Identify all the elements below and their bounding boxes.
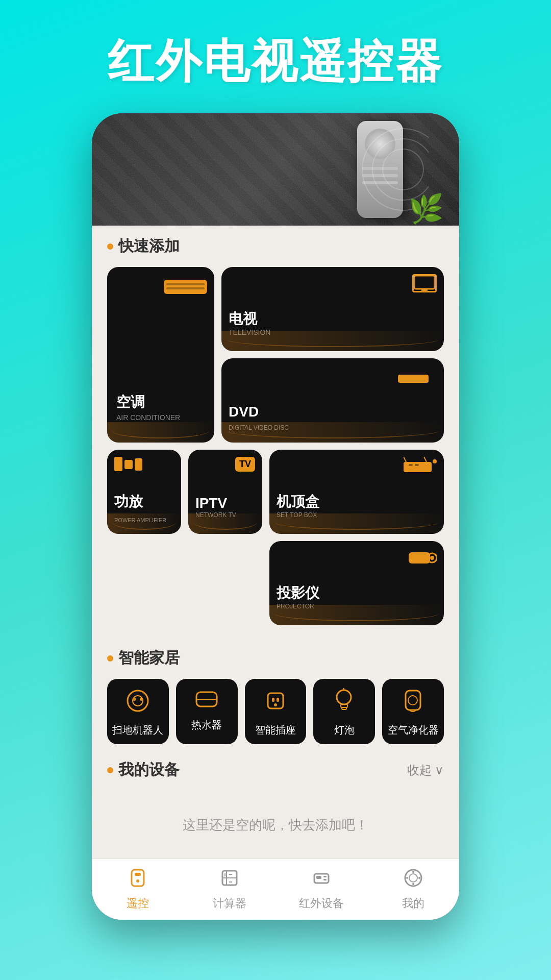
- ir-label: 红外设备: [299, 896, 344, 911]
- bulb-label: 灯泡: [334, 723, 355, 737]
- svg-point-20: [430, 556, 434, 560]
- svg-rect-39: [135, 873, 141, 876]
- svg-point-24: [140, 698, 143, 701]
- nav-item-remote[interactable]: 遥控: [92, 868, 184, 911]
- svg-rect-5: [166, 283, 205, 285]
- device-card-iptv[interactable]: TV IPTV NETWORK TV: [188, 450, 262, 534]
- smart-card-bulb[interactable]: 灯泡: [313, 679, 375, 744]
- smart-card-purifier[interactable]: 空气净化器: [382, 679, 444, 744]
- collapse-button[interactable]: 收起 ∨: [407, 762, 444, 778]
- section-dot-2: [107, 655, 113, 662]
- amp-icon: [114, 457, 142, 476]
- smart-home-title: 智能家居: [107, 648, 444, 669]
- smart-home-section: 智能家居 扫地机器人: [92, 638, 459, 749]
- device-card-stb[interactable]: 机顶盒 SET TOP BOX: [269, 450, 444, 534]
- heater-label: 热水器: [191, 718, 222, 732]
- page-title: 红外电视遥控器: [108, 0, 443, 113]
- svg-rect-10: [124, 460, 133, 469]
- mine-icon: [403, 868, 423, 893]
- calc-icon: [219, 868, 240, 893]
- device-card-tv[interactable]: 电视 TELEVISION: [221, 267, 444, 351]
- svg-point-57: [418, 877, 420, 879]
- svg-rect-28: [272, 698, 274, 702]
- plug-label: 智能插座: [255, 723, 296, 737]
- svg-rect-29: [277, 698, 279, 702]
- svg-rect-6: [166, 287, 205, 289]
- svg-point-55: [412, 883, 414, 885]
- bottom-nav: 遥控 计算器: [92, 859, 459, 920]
- scroll-content[interactable]: 快速添加: [92, 226, 459, 859]
- svg-point-40: [136, 879, 139, 883]
- remote-icon: [128, 868, 148, 893]
- phone-frame: 🌿 快速添加: [92, 113, 459, 920]
- purifier-label: 空气净化器: [388, 723, 439, 737]
- svg-rect-33: [342, 707, 346, 709]
- svg-rect-38: [132, 870, 144, 886]
- svg-point-53: [409, 874, 417, 882]
- svg-rect-7: [414, 276, 435, 289]
- ir-icon: [311, 868, 332, 893]
- svg-rect-50: [323, 876, 327, 877]
- plug-icon: [263, 688, 288, 718]
- svg-line-17: [424, 457, 427, 462]
- svg-point-21: [128, 691, 148, 711]
- proj-icon: [409, 548, 437, 568]
- smart-grid: 扫地机器人 热水器: [107, 679, 444, 744]
- mine-label: 我的: [402, 896, 424, 911]
- dvd-icon: [398, 375, 429, 383]
- nav-item-mine[interactable]: 我的: [367, 868, 459, 911]
- bulb-icon: [333, 688, 356, 718]
- svg-rect-8: [421, 289, 428, 291]
- svg-point-54: [412, 871, 414, 873]
- device-card-dvd[interactable]: DVD DIGITAL VIDEO DISC: [221, 358, 444, 443]
- remote-label: 遥控: [127, 896, 149, 911]
- svg-rect-51: [323, 879, 327, 880]
- banner-plant: 🌿: [409, 192, 444, 226]
- empty-devices-text: 这里还是空的呢，快去添加吧！: [92, 786, 459, 854]
- svg-rect-49: [316, 876, 321, 879]
- purifier-icon: [402, 688, 424, 718]
- svg-rect-15: [415, 464, 419, 466]
- banner: 🌿: [92, 113, 459, 226]
- svg-point-23: [133, 698, 136, 701]
- svg-rect-12: [404, 462, 432, 472]
- section-dot: [107, 243, 113, 250]
- device-card-proj[interactable]: 投影仪 PROJECTOR: [269, 541, 444, 625]
- svg-rect-11: [135, 458, 142, 471]
- device-card-amp[interactable]: 功放 POWER AMPLIFIER: [107, 450, 181, 534]
- svg-rect-9: [114, 457, 122, 471]
- device-card-ac[interactable]: 空调 AIR CONDITIONER: [107, 267, 214, 443]
- smart-card-heater[interactable]: 热水器: [176, 679, 238, 744]
- robot-icon: [125, 688, 151, 718]
- svg-point-37: [408, 696, 417, 705]
- calc-label: 计算器: [213, 896, 246, 911]
- nav-item-ir[interactable]: 红外设备: [276, 868, 367, 911]
- chevron-down-icon: ∨: [435, 763, 444, 777]
- my-devices-header: 我的设备 收起 ∨: [92, 749, 459, 786]
- svg-point-31: [337, 690, 351, 704]
- svg-point-2: [372, 139, 429, 200]
- svg-rect-13: [433, 459, 437, 463]
- phone-inner: 快速添加: [92, 226, 459, 920]
- heater-icon: [194, 688, 219, 713]
- section-dot-3: [107, 767, 113, 773]
- stb-icon: [404, 457, 437, 477]
- svg-point-30: [274, 703, 277, 706]
- svg-rect-4: [164, 280, 207, 294]
- svg-rect-14: [409, 464, 413, 466]
- svg-point-56: [406, 877, 408, 879]
- svg-rect-48: [314, 874, 329, 883]
- quick-add-section: 快速添加: [92, 226, 459, 638]
- svg-point-3: [383, 149, 423, 190]
- nav-item-calc[interactable]: 计算器: [184, 868, 276, 911]
- quick-add-title: 快速添加: [107, 236, 444, 257]
- smart-card-robot[interactable]: 扫地机器人: [107, 679, 169, 744]
- iptv-icon: TV: [235, 457, 255, 472]
- svg-line-16: [404, 457, 406, 462]
- robot-label: 扫地机器人: [112, 723, 163, 737]
- smart-card-plug[interactable]: 智能插座: [245, 679, 307, 744]
- my-devices-title: 我的设备: [107, 760, 180, 780]
- tv-icon: [412, 274, 437, 292]
